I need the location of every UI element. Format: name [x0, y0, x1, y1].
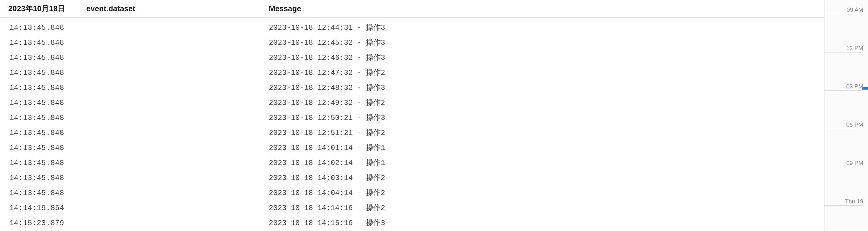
timeline-tick-line [825, 129, 863, 129]
timeline-tick-label: 09 PM [825, 160, 863, 167]
table-row[interactable]: 14:13:45.8482023-10-18 12:49:32 - 操作2 [0, 95, 825, 111]
timeline-tick-label: 09 AM [825, 6, 863, 13]
timeline-tick-label: 06 PM [825, 121, 863, 128]
table-row[interactable]: 14:13:45.8482023-10-18 12:50:21 - 操作3 [0, 111, 825, 125]
row-message: 2023-10-18 14:03:14 - 操作2 [269, 173, 825, 183]
row-message: 2023-10-18 12:48:32 - 操作3 [269, 83, 825, 93]
timeline-tick-label: 03 PM [825, 83, 863, 90]
table-row[interactable]: 14:14:19.8642023-10-18 14:14:16 - 操作2 [0, 201, 825, 216]
timeline-tick[interactable]: 09 PM [825, 160, 868, 167]
timeline-tick-label: Thu 19 [825, 198, 863, 205]
row-time: 14:13:45.848 [9, 38, 86, 48]
timeline-tick[interactable]: 06 PM [825, 121, 868, 129]
row-message: 2023-10-18 12:50:21 - 操作3 [269, 113, 825, 123]
row-time: 14:13:45.848 [9, 143, 86, 153]
row-message: 2023-10-18 14:01:14 - 操作1 [269, 143, 825, 153]
timeline-sidebar[interactable]: 09 AM12 PM03 PM06 PM09 PMThu 19 [825, 0, 868, 231]
table-row[interactable]: 14:13:45.8482023-10-18 14:01:14 - 操作1 [0, 141, 825, 155]
table-header: 2023年10月18日 event.dataset Message [0, 0, 825, 18]
row-time: 14:13:45.848 [9, 158, 86, 168]
row-time: 14:14:19.864 [9, 203, 86, 213]
header-message[interactable]: Message [269, 4, 825, 13]
row-message: 2023-10-18 12:47:32 - 操作2 [269, 68, 825, 78]
timeline-tick[interactable]: 03 PM [825, 83, 868, 91]
table-row[interactable]: 14:13:45.8482023-10-18 12:46:32 - 操作3 [0, 50, 825, 65]
row-time: 14:13:45.848 [9, 83, 86, 93]
table-row[interactable]: 14:13:45.8482023-10-18 12:51:21 - 操作2 [0, 125, 825, 141]
row-message: 2023-10-18 14:04:14 - 操作2 [269, 188, 825, 198]
table-row[interactable]: 14:13:45.8482023-10-18 12:44:31 - 操作3 [0, 20, 825, 35]
table-row[interactable]: 14:15:23.8792023-10-18 14:15:16 - 操作3 [0, 216, 825, 231]
row-message: 2023-10-18 12:49:32 - 操作2 [269, 98, 825, 108]
table-row[interactable]: 14:13:45.8482023-10-18 12:48:32 - 操作3 [0, 81, 825, 95]
row-message: 2023-10-18 12:46:32 - 操作3 [269, 53, 825, 63]
row-message: 2023-10-18 14:02:14 - 操作1 [269, 158, 825, 168]
row-message: 2023-10-18 14:15:16 - 操作3 [269, 218, 825, 228]
row-message: 2023-10-18 12:45:32 - 操作3 [269, 38, 825, 48]
row-time: 14:13:45.848 [9, 113, 86, 123]
timeline-tick[interactable]: 09 AM [825, 6, 868, 14]
row-time: 14:13:45.848 [9, 128, 86, 138]
timeline-tick-line [825, 205, 863, 206]
row-time: 14:13:45.848 [9, 188, 86, 198]
table-row[interactable]: 14:13:45.8482023-10-18 12:47:32 - 操作2 [0, 65, 825, 81]
header-date[interactable]: 2023年10月18日 [8, 3, 86, 14]
header-dataset[interactable]: event.dataset [86, 4, 269, 13]
row-time: 14:15:23.879 [9, 218, 86, 228]
row-message: 2023-10-18 12:44:31 - 操作3 [269, 23, 825, 33]
log-table-main: 2023年10月18日 event.dataset Message 14:13:… [0, 0, 825, 231]
table-row[interactable]: 14:13:45.8482023-10-18 14:03:14 - 操作2 [0, 171, 825, 185]
timeline-tick-line [825, 90, 863, 91]
row-time: 14:13:45.848 [9, 98, 86, 108]
timeline-tick-label: 12 PM [825, 45, 863, 52]
timeline-tick[interactable]: 12 PM [825, 45, 868, 53]
timeline-tick-line [825, 52, 863, 53]
row-message: 2023-10-18 14:14:16 - 操作2 [269, 203, 825, 213]
timeline-tick-line [825, 14, 863, 14]
row-time: 14:13:45.848 [9, 68, 86, 78]
table-row[interactable]: 14:13:45.8482023-10-18 14:02:14 - 操作1 [0, 155, 825, 171]
row-message: 2023-10-18 12:51:21 - 操作2 [269, 128, 825, 138]
timeline-tick[interactable]: Thu 19 [825, 198, 868, 206]
row-time: 14:13:45.848 [9, 173, 86, 183]
timeline-tick-line [825, 167, 863, 167]
table-row[interactable]: 14:13:45.8482023-10-18 12:45:32 - 操作3 [0, 35, 825, 50]
row-time: 14:13:45.848 [9, 53, 86, 63]
table-row[interactable]: 14:13:45.8482023-10-18 14:04:14 - 操作2 [0, 185, 825, 201]
table-body[interactable]: 14:13:45.8482023-10-18 12:44:31 - 操作314:… [0, 18, 825, 231]
row-time: 14:13:45.848 [9, 23, 86, 33]
